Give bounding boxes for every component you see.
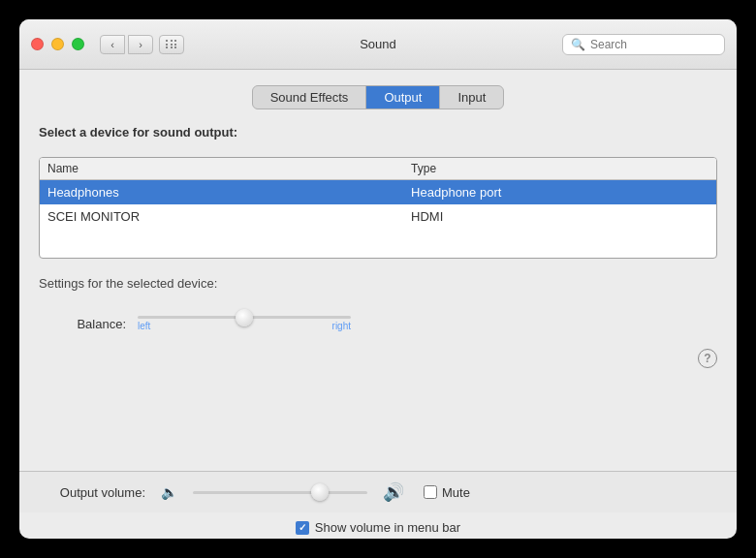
balance-row: Balance: left right <box>39 316 717 331</box>
help-area: ? <box>39 349 717 368</box>
device-section-heading: Select a device for sound output: <box>39 125 717 140</box>
grid-icon <box>166 40 177 48</box>
balance-slider[interactable] <box>138 316 351 319</box>
volume-slider[interactable] <box>193 491 367 494</box>
titlebar: ‹ › Sound 🔍 <box>19 19 737 70</box>
search-icon: 🔍 <box>571 38 585 51</box>
balance-label: Balance: <box>39 317 126 331</box>
minimize-button[interactable] <box>51 38 64 50</box>
show-volume-checkbox[interactable]: ✓ <box>296 521 309 535</box>
traffic-lights <box>31 38 84 50</box>
mute-label: Mute <box>442 485 470 500</box>
tabs-container: Sound Effects Output Input <box>39 85 717 109</box>
nav-buttons: ‹ › <box>100 35 153 54</box>
balance-slider-container: left right <box>138 316 717 331</box>
tab-input[interactable]: Input <box>440 86 503 108</box>
bottom-bar: Output volume: 🔈 🔊 Mute <box>19 471 737 512</box>
balance-right-label: right <box>332 321 351 331</box>
table-header: Name Type <box>40 158 716 180</box>
table-row[interactable]: Headphones Headphone port <box>40 180 716 204</box>
close-button[interactable] <box>31 38 44 50</box>
window-title: Sound <box>360 37 396 51</box>
col-header-name: Name <box>47 162 411 175</box>
grid-button[interactable] <box>159 35 184 54</box>
table-body: Headphones Headphone port SCEI MONITOR H… <box>40 180 716 258</box>
volume-label: Output volume: <box>39 485 145 500</box>
show-volume-label: Show volume in menu bar <box>315 520 460 535</box>
device-name: Headphones <box>47 185 411 200</box>
table-row[interactable]: SCEI MONITOR HDMI <box>40 204 716 229</box>
search-input[interactable] <box>590 38 716 51</box>
window: ‹ › Sound 🔍 Sound Effects Output Input <box>19 19 737 539</box>
search-box[interactable]: 🔍 <box>562 34 725 55</box>
device-type: Headphone port <box>411 185 709 200</box>
maximize-button[interactable] <box>72 38 84 50</box>
volume-low-icon: 🔈 <box>161 484 177 500</box>
mute-container: Mute <box>424 485 470 500</box>
device-type: HDMI <box>411 209 709 224</box>
tabs: Sound Effects Output Input <box>252 85 505 109</box>
tab-sound-effects[interactable]: Sound Effects <box>253 86 367 108</box>
balance-left-label: left <box>138 321 150 331</box>
settings-label: Settings for the selected device: <box>39 276 717 291</box>
volume-high-icon: 🔊 <box>383 481 404 503</box>
checkmark-icon: ✓ <box>299 522 306 533</box>
mute-checkbox[interactable] <box>424 485 437 499</box>
content-area: Sound Effects Output Input Select a devi… <box>19 70 737 471</box>
menubar-check-area: ✓ Show volume in menu bar <box>296 520 460 535</box>
back-button[interactable]: ‹ <box>100 35 125 54</box>
device-name: SCEI MONITOR <box>47 209 411 224</box>
device-table: Name Type Headphones Headphone port SCEI… <box>39 157 717 259</box>
help-button[interactable]: ? <box>698 349 717 368</box>
tab-output[interactable]: Output <box>366 86 440 108</box>
forward-button[interactable]: › <box>128 35 153 54</box>
col-header-type: Type <box>411 162 709 175</box>
menubar-row: ✓ Show volume in menu bar <box>19 512 737 539</box>
